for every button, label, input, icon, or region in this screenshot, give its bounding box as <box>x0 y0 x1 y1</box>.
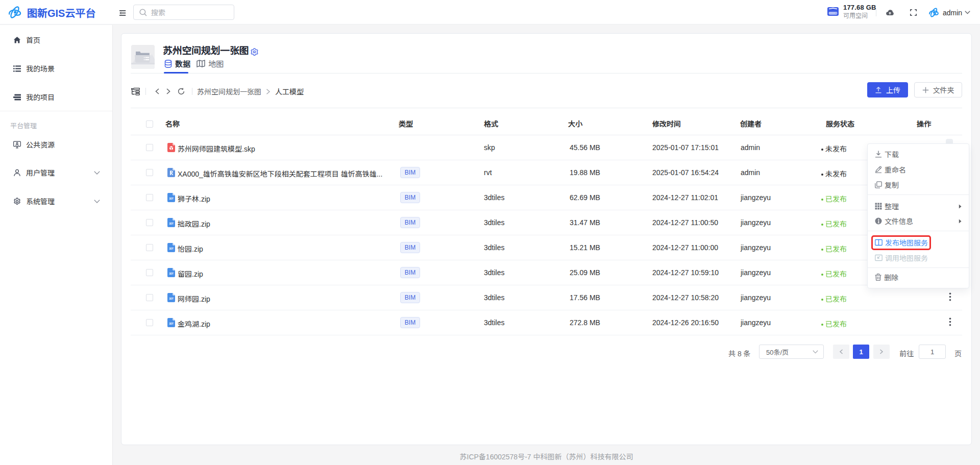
svg-text:3DT: 3DT <box>169 248 174 250</box>
svg-text:3DT: 3DT <box>169 273 174 275</box>
svg-text:3DT: 3DT <box>169 198 174 200</box>
svg-text:3DT: 3DT <box>169 298 174 300</box>
svg-text:3DT: 3DT <box>169 223 174 225</box>
svg-text:3DT: 3DT <box>169 323 174 325</box>
